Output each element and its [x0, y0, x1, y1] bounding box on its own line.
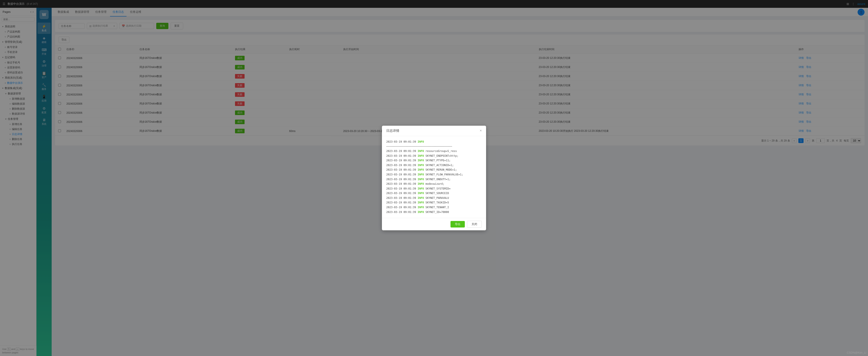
modal-footer: 导出 关闭: [382, 218, 486, 230]
log-line-9: 2023-03-19 09:01:39 INFO SKYNET_SYSTEMID…: [386, 186, 482, 191]
modal-close-btn[interactable]: ×: [480, 129, 482, 132]
log-level-11: INFO: [418, 197, 424, 200]
log-line-8: 2023-03-19 09:01:39 INFO mode=wizard;: [386, 182, 482, 186]
log-time-5: 2023-03-19 09:01:39: [386, 168, 416, 171]
log-msg-12: SKYNET_TASKID=5: [426, 201, 449, 204]
log-time-10: 2023-03-19 09:01:39: [386, 192, 416, 195]
modal-close-footer-btn[interactable]: 关闭: [467, 221, 482, 228]
log-line-12: 2023-03-19 09:01:39 INFO SKYNET_TASKID=5: [386, 200, 482, 205]
log-msg-6: SKYNET_FLOW_PARAVALUE=1;: [426, 173, 463, 176]
log-msg-2: SKYNET_ENDPOINT=http;: [426, 154, 459, 157]
log-line-6: 2023-03-19 09:01:39 INFO SKYNET_FLOW_PAR…: [386, 172, 482, 177]
watermark: CSDN@Kim_Li: [847, 351, 866, 354]
log-time-6: 2023-03-19 09:01:39: [386, 173, 416, 176]
log-line-4: 2023-03-19 09:01:39 INFO SKYNET_ACTIONID…: [386, 163, 482, 168]
log-detail-modal: 日志详情 × 2023-03-19 09:01:39 INFO ————————…: [382, 126, 486, 231]
modal-title: 日志详情: [386, 129, 399, 133]
log-msg-8: mode=wizard;: [426, 182, 444, 185]
modal-body: 2023-03-19 09:01:39 INFO ———————————————…: [382, 136, 486, 218]
log-msg-3: SKYNET_PTYPE=11;: [426, 159, 451, 162]
log-msg-10: SKYNET_SOURCEID: [426, 192, 449, 195]
log-level-13: INFO: [418, 206, 424, 209]
log-msg-0: ————————————————————————————————————————…: [386, 145, 452, 148]
log-time-1: 2023-03-19 09:01:39: [386, 150, 416, 153]
log-time-8: 2023-03-19 09:01:39: [386, 182, 416, 185]
log-level-6: INFO: [418, 173, 424, 176]
log-level-5: INFO: [418, 168, 424, 171]
modal-header: 日志详情 ×: [382, 126, 486, 136]
modal-export-btn[interactable]: 导出: [451, 221, 465, 228]
log-level-9: INFO: [418, 187, 424, 190]
log-time-7: 2023-03-19 09:01:39: [386, 178, 416, 181]
log-line-0: 2023-03-19 09:01:39 INFO ———————————————…: [386, 140, 482, 149]
log-msg-4: SKYNET_ACTIONID=1;: [426, 164, 454, 167]
log-time-12: 2023-03-19 09:01:39: [386, 201, 416, 204]
modal-overlay: 日志详情 × 2023-03-19 09:01:39 INFO ————————…: [0, 0, 868, 356]
log-time-3: 2023-03-19 09:01:39: [386, 159, 416, 162]
log-time-11: 2023-03-19 09:01:39: [386, 197, 416, 200]
log-time-4: 2023-03-19 09:01:39: [386, 164, 416, 167]
log-msg-11: SKYNET_PARAVALU: [426, 197, 449, 200]
log-line-7: 2023-03-19 09:01:39 INFO SKYNET_ONDUTY=1…: [386, 177, 482, 182]
log-level-1: INFO: [418, 150, 424, 153]
log-level-4: INFO: [418, 164, 424, 167]
log-level-3: INFO: [418, 159, 424, 162]
log-time-14: 2023-03-19 09:01:39: [386, 211, 416, 214]
log-msg-7: SKYNET_ONDUTY=1;: [426, 178, 451, 181]
log-line-5: 2023-03-19 09:01:39 INFO SKYNET_RERUN_MO…: [386, 168, 482, 172]
log-msg-9: SKYNET_SYSTEMID=: [426, 187, 451, 190]
log-time-0: 2023-03-19 09:01:39: [386, 140, 416, 143]
log-msg-13: SKYNET_TENANT_I: [426, 206, 449, 209]
log-line-11: 2023-03-19 09:01:39 INFO SKYNET_PARAVALU: [386, 196, 482, 201]
log-level-2: INFO: [418, 154, 424, 157]
log-level-7: INFO: [418, 178, 424, 181]
log-line-13: 2023-03-19 09:01:39 INFO SKYNET_TENANT_I: [386, 205, 482, 210]
log-time-2: 2023-03-19 09:01:39: [386, 154, 416, 157]
log-msg-1: resourceGroup=S_ress: [426, 150, 457, 153]
log-level-0: INFO: [418, 140, 424, 143]
log-line-1: 2023-03-19 09:01:39 INFO resourceGroup=S…: [386, 149, 482, 154]
log-msg-14: SKYNET_ID=70000: [426, 211, 449, 214]
log-line-3: 2023-03-19 09:01:39 INFO SKYNET_PTYPE=11…: [386, 158, 482, 163]
log-time-9: 2023-03-19 09:01:39: [386, 187, 416, 190]
log-level-14: INFO: [418, 211, 424, 214]
log-level-12: INFO: [418, 201, 424, 204]
log-level-8: INFO: [418, 182, 424, 185]
log-level-10: INFO: [418, 192, 424, 195]
log-line-10: 2023-03-19 09:01:39 INFO SKYNET_SOURCEID: [386, 191, 482, 196]
log-msg-5: SKYNET_RERUN_MODE=1;: [426, 168, 457, 171]
log-line-2: 2023-03-19 09:01:39 INFO SKYNET_ENDPOINT…: [386, 154, 482, 158]
log-line-14: 2023-03-19 09:01:39 INFO SKYNET_ID=70000: [386, 210, 482, 215]
log-time-13: 2023-03-19 09:01:39: [386, 206, 416, 209]
